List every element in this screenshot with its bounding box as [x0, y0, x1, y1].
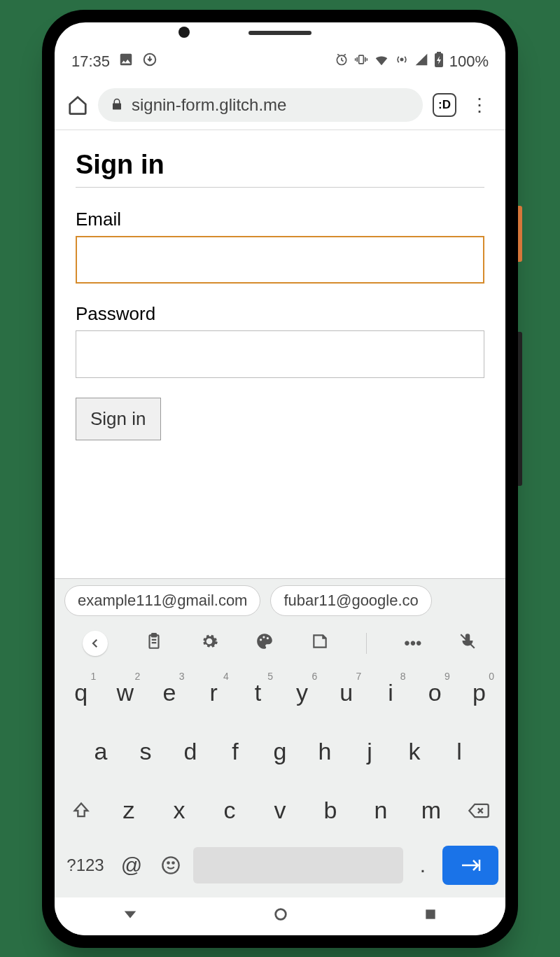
speaker [248, 31, 312, 35]
symbols-key[interactable]: ?123 [62, 844, 109, 886]
keyboard-row-3: zxcvbnm [55, 781, 505, 840]
battery-text: 100% [449, 53, 489, 71]
phone-frame: 17:35 [42, 10, 518, 948]
svg-rect-15 [426, 909, 435, 918]
signin-button[interactable]: Sign in [76, 398, 161, 440]
svg-point-12 [167, 862, 169, 863]
nav-back-icon[interactable] [122, 907, 138, 926]
key-d[interactable]: d [169, 727, 211, 777]
key-m[interactable]: m [407, 785, 455, 836]
svg-point-8 [260, 638, 262, 641]
key-u[interactable]: 7u [326, 668, 367, 718]
mic-off-icon[interactable] [458, 632, 477, 655]
key-z[interactable]: z [105, 785, 153, 836]
key-c[interactable]: c [206, 785, 253, 836]
key-v[interactable]: v [256, 785, 304, 836]
home-icon[interactable] [67, 95, 88, 116]
key-s[interactable]: s [125, 727, 167, 777]
vibrate-icon [354, 53, 368, 70]
nav-home-icon[interactable] [273, 907, 288, 926]
keyboard-toolbar: ••• [55, 623, 505, 664]
page-content: Sign in Email Password Sign in [55, 130, 505, 578]
tab-count[interactable]: :D [433, 93, 456, 117]
key-k[interactable]: k [393, 727, 435, 777]
space-key[interactable] [193, 847, 403, 883]
battery-icon [434, 52, 444, 71]
palette-icon[interactable] [255, 632, 274, 655]
key-n[interactable]: n [357, 785, 405, 836]
hotspot-icon [395, 53, 409, 70]
svg-point-14 [276, 909, 286, 919]
chevron-left-icon[interactable] [83, 631, 108, 656]
status-time: 17:35 [71, 53, 110, 71]
svg-point-13 [172, 862, 174, 863]
alarm-icon [335, 53, 349, 70]
downloads-icon [142, 52, 158, 71]
key-w[interactable]: 2w [104, 668, 146, 718]
at-key[interactable]: @ [115, 844, 148, 886]
keyboard-row-1: 1q2w3e4r5t6y7u8i9o0p [55, 664, 505, 722]
svg-point-10 [267, 637, 269, 639]
sticker-icon[interactable] [311, 632, 329, 655]
power-button [518, 206, 522, 262]
emoji-key[interactable] [154, 844, 188, 886]
gear-icon[interactable] [200, 632, 218, 655]
period-key[interactable]: . [409, 844, 437, 886]
svg-point-3 [400, 58, 402, 60]
key-h[interactable]: h [304, 727, 346, 777]
key-x[interactable]: x [155, 785, 203, 836]
shift-key[interactable] [60, 785, 102, 836]
clipboard-icon[interactable] [145, 632, 163, 655]
svg-point-9 [263, 636, 265, 638]
key-p[interactable]: 0p [458, 668, 500, 718]
key-r[interactable]: 4r [193, 668, 234, 718]
lock-icon [111, 95, 123, 115]
backspace-key[interactable] [458, 785, 500, 836]
key-l[interactable]: l [438, 727, 480, 777]
menu-icon[interactable]: ⋮ [466, 95, 493, 116]
key-t[interactable]: 5t [237, 668, 279, 718]
key-i[interactable]: 8i [370, 668, 411, 718]
suggestion-2[interactable]: fubar11@google.co [270, 585, 431, 616]
signal-icon [414, 53, 428, 70]
svg-rect-5 [437, 52, 441, 54]
autofill-suggestions: example111@gmail.com fubar11@google.co [55, 578, 505, 623]
key-b[interactable]: b [307, 785, 354, 836]
svg-point-11 [162, 857, 178, 873]
key-f[interactable]: f [214, 727, 256, 777]
key-g[interactable]: g [259, 727, 301, 777]
key-q[interactable]: 1q [60, 668, 102, 718]
browser-bar: signin-form.glitch.me :D ⋮ [55, 81, 505, 130]
page-title: Sign in [76, 150, 484, 188]
svg-rect-2 [358, 55, 363, 64]
image-icon [118, 52, 134, 71]
key-j[interactable]: j [349, 727, 391, 777]
password-label: Password [76, 303, 484, 325]
key-a[interactable]: a [80, 727, 122, 777]
key-y[interactable]: 6y [281, 668, 323, 718]
keyboard: ••• 1q2w3e4r5t6y7u8i9o0p asdfghjkl zxcvb… [55, 623, 505, 897]
svg-rect-7 [152, 634, 157, 636]
email-field[interactable] [76, 236, 484, 284]
keyboard-row-2: asdfghjkl [55, 722, 505, 781]
enter-key[interactable] [442, 846, 498, 885]
key-e[interactable]: 3e [148, 668, 190, 718]
password-field[interactable] [76, 330, 484, 378]
key-o[interactable]: 9o [414, 668, 456, 718]
email-label: Email [76, 209, 484, 230]
volume-button [518, 332, 522, 486]
nav-recents-icon[interactable] [424, 907, 438, 925]
wifi-icon [374, 52, 389, 71]
url-bar[interactable]: signin-form.glitch.me [98, 88, 423, 122]
suggestion-1[interactable]: example111@gmail.com [64, 585, 260, 616]
front-camera [178, 27, 190, 38]
android-nav-bar [55, 897, 505, 935]
status-bar: 17:35 [55, 42, 505, 81]
keyboard-row-4: ?123 @ . [55, 840, 505, 890]
url-text: signin-form.glitch.me [132, 95, 286, 115]
more-icon[interactable]: ••• [404, 634, 421, 653]
toolbar-divider [366, 633, 367, 654]
